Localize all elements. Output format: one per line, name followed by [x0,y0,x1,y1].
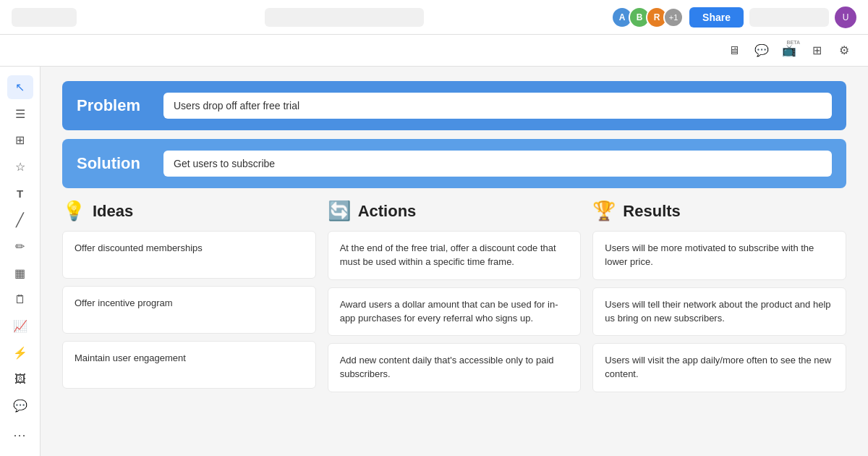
ideas-card-2[interactable]: Offer incentive program [62,286,316,334]
share-button[interactable]: Share [689,7,744,28]
actions-header: 🔄 Actions [328,200,582,222]
user-avatar[interactable]: U [835,7,856,28]
actions-card-2[interactable]: Award users a dollar amount that can be … [328,287,582,337]
results-card-3[interactable]: Users will visit the app daily/more ofte… [592,343,846,392]
problem-block: Problem Users drop off after free trial [62,81,846,130]
problem-label: Problem [77,96,149,115]
sidebar-document-icon[interactable]: ☰ [7,102,33,126]
results-icon: 🏆 [592,200,616,222]
results-card-1[interactable]: Users will be more motivated to subscrib… [592,231,846,280]
main-area: ↖ ☰ ⊞ ☆ T ╱ ✏ ▦ 🗒 📈 ⚡ 🖼 💬 ··· Problem Us… [0,67,868,456]
sidebar-chart-icon[interactable]: 📈 [7,314,33,338]
results-card-2[interactable]: Users will tell their network about the … [592,287,846,337]
sidebar-sticky-icon[interactable]: 🗒 [7,288,33,312]
topbar-search-center[interactable] [265,8,424,27]
sidebar-table-icon[interactable]: ▦ [7,261,33,285]
ideas-header: 💡 Ideas [62,200,316,222]
topbar-search-left[interactable] [12,8,77,27]
sidebar-line-icon[interactable]: ╱ [7,208,33,232]
ideas-title: Ideas [93,202,133,221]
sidebar-comment-icon[interactable]: 💬 [7,394,33,418]
chat-icon-btn[interactable]: 💬 [749,38,774,63]
topbar-center [85,8,603,27]
actions-title: Actions [358,202,417,221]
avatar-count: +1 [663,7,684,28]
sidebar-cursor-icon[interactable]: ↖ [7,75,33,99]
sidebar-more-icon[interactable]: ··· [7,423,33,447]
ideas-icon: 💡 [62,200,85,222]
beta-label: BETA [786,40,800,45]
actions-column: 🔄 Actions At the end of the free trial, … [328,200,582,400]
solution-label: Solution [77,154,149,173]
topbar-right: A B R +1 Share U [611,7,856,28]
ideas-card-3[interactable]: Maintain user engagement [62,341,316,389]
topbar: A B R +1 Share U [0,0,868,35]
solution-input[interactable]: Get users to subscribe [163,151,832,177]
present-icon-btn[interactable]: 📺 BETA [777,38,801,63]
topbar-search-right[interactable] [749,8,829,27]
sidebar-pen-icon[interactable]: ✏ [7,235,33,258]
grid-icon-btn[interactable]: ⊞ [804,38,829,63]
actions-icon: 🔄 [328,200,351,222]
sidebar: ↖ ☰ ⊞ ☆ T ╱ ✏ ▦ 🗒 📈 ⚡ 🖼 💬 ··· [0,67,41,456]
sidebar-image-icon[interactable]: 🖼 [7,368,33,392]
settings-icon-btn[interactable]: ⚙ [832,38,856,63]
solution-block: Solution Get users to subscribe [62,139,846,188]
sidebar-mindmap-icon[interactable]: ⚡ [7,341,33,365]
sidebar-star-icon[interactable]: ☆ [7,155,33,179]
results-title: Results [623,202,680,221]
canvas: Problem Users drop off after free trial … [41,67,868,456]
ideas-column: 💡 Ideas Offer discounted memberships Off… [62,200,316,400]
ideas-card-1[interactable]: Offer discounted memberships [62,231,316,279]
actions-card-1[interactable]: At the end of the free trial, offer a di… [328,231,582,280]
results-column: 🏆 Results Users will be more motivated t… [592,200,846,400]
monitor-icon-btn[interactable]: 🖥 [722,38,746,63]
sidebar-apps-icon[interactable]: ⊞ [7,128,33,152]
columns-section: 💡 Ideas Offer discounted memberships Off… [62,200,846,400]
actions-card-3[interactable]: Add new content daily that's accessible … [328,343,582,392]
problem-input[interactable]: Users drop off after free trial [163,93,832,119]
sidebar-text-icon[interactable]: T [7,182,33,206]
toolbar-row: 🖥 💬 📺 BETA ⊞ ⚙ [0,35,868,67]
avatar-group: A B R +1 [611,7,684,28]
results-header: 🏆 Results [592,200,846,222]
